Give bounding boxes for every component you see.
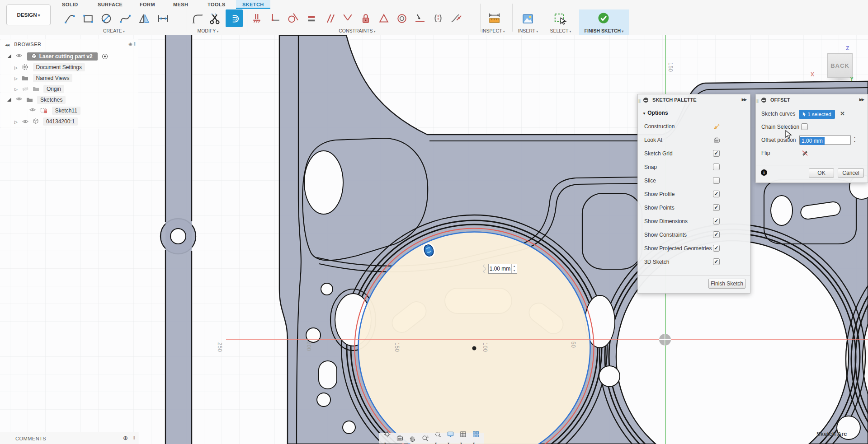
tab-tools[interactable]: TOOLS	[208, 0, 226, 9]
inspect-group-label[interactable]: INSPECT	[481, 28, 505, 33]
modify-group-label[interactable]: MODIFY	[197, 28, 218, 33]
tab-form[interactable]: FORM	[140, 0, 155, 9]
cancel-button[interactable]: Cancel	[838, 168, 864, 178]
smooth-constraint-icon[interactable]	[448, 11, 464, 26]
axis-y-label[interactable]: Y	[850, 76, 854, 82]
concentric-constraint-icon[interactable]	[394, 11, 410, 26]
browser-header-handle[interactable]: ◉ ‖	[128, 39, 136, 50]
collapsed-triangle-icon[interactable]: ▷	[14, 76, 18, 81]
panel-dock-icon[interactable]	[761, 98, 766, 103]
zoom-icon[interactable]	[421, 435, 429, 442]
tab-solid[interactable]: SOLID	[62, 0, 78, 9]
collapsed-triangle-icon[interactable]: ▷	[14, 65, 18, 70]
chain-selection-checkbox[interactable]	[801, 123, 808, 130]
offset-tool-icon-active[interactable]	[226, 9, 243, 27]
tab-surface[interactable]: SURFACE	[98, 0, 123, 9]
tree-item-sketches[interactable]: Sketches	[7, 95, 66, 105]
add-comment-icon[interactable]: ⊕	[123, 432, 128, 444]
eye-off-icon[interactable]	[22, 86, 29, 92]
panel-dock-icon[interactable]	[643, 98, 648, 103]
show-dimensions-checkbox[interactable]: ✓	[713, 218, 720, 224]
panel-expand-icon[interactable]: ▶▶	[859, 94, 864, 105]
display-settings-icon[interactable]	[447, 430, 454, 444]
midpoint-constraint-icon[interactable]	[412, 11, 428, 26]
comments-handle[interactable]: ‖	[133, 432, 135, 444]
expanded-triangle-icon[interactable]	[7, 54, 11, 58]
look-at-icon[interactable]	[713, 136, 721, 147]
fillet-tool-icon[interactable]	[190, 11, 205, 26]
trim-tool-icon[interactable]	[207, 11, 222, 26]
axis-z-label[interactable]: Z	[846, 45, 849, 51]
snap-checkbox[interactable]	[713, 164, 720, 170]
dimension-tool-icon[interactable]	[156, 11, 171, 26]
offset-position-input[interactable]: 1.00 mm	[799, 136, 851, 145]
eye-icon[interactable]	[15, 96, 23, 102]
viewports-icon[interactable]	[472, 430, 480, 444]
browser-collapse-icon[interactable]: ◀◀	[5, 43, 9, 47]
selection-chip[interactable]: 1 selected	[799, 110, 835, 119]
3d-sketch-checkbox[interactable]: ✓	[713, 258, 720, 265]
finish-sketch-icon[interactable]	[596, 10, 611, 26]
ok-button[interactable]: OK	[809, 168, 834, 178]
finish-sketch-block[interactable]: FINISH SKETCH	[579, 9, 629, 35]
horizontal-vertical-constraint-icon[interactable]	[268, 11, 283, 26]
panel-grip[interactable]: ‖	[756, 96, 759, 107]
viewcube[interactable]: BACK	[827, 53, 853, 78]
offset-dimension-input[interactable]: 1.00 mm ▲▼	[488, 264, 517, 274]
options-section-header[interactable]: ▼ Options	[642, 108, 668, 119]
dimension-spinner[interactable]: ▲▼	[511, 264, 517, 273]
clear-selection-icon[interactable]: ✕	[840, 109, 845, 119]
measure-tool-icon[interactable]	[486, 11, 502, 26]
spline-tool-icon[interactable]	[118, 11, 133, 26]
expanded-triangle-icon[interactable]	[7, 98, 11, 102]
eye-icon[interactable]	[29, 107, 36, 112]
offset-position-spinner[interactable]: ▲▼	[852, 136, 857, 145]
constraints-group-label[interactable]: CONSTRAINTS	[339, 28, 376, 33]
zoom-window-icon[interactable]	[434, 430, 442, 444]
eye-icon[interactable]	[15, 53, 23, 58]
tab-mesh[interactable]: MESH	[173, 0, 188, 9]
tree-item-origin[interactable]: ▷ Origin	[14, 84, 64, 94]
finish-sketch-label[interactable]: FINISH SKETCH	[585, 28, 624, 33]
construction-icon[interactable]	[713, 123, 721, 133]
circle-tool-icon[interactable]	[99, 11, 114, 26]
sketch-grid-checkbox[interactable]: ✓	[713, 150, 720, 157]
panel-grip[interactable]: ‖	[638, 96, 641, 107]
look-at-icon[interactable]	[396, 435, 404, 442]
slice-checkbox[interactable]	[713, 177, 720, 184]
pan-icon[interactable]	[409, 435, 416, 442]
collapsed-triangle-icon[interactable]: ▷	[14, 120, 18, 124]
show-constraints-checkbox[interactable]: ✓	[713, 231, 720, 238]
tree-item-root[interactable]: Laser cutting part v2	[7, 51, 108, 61]
tree-item-document-settings[interactable]: ▷ Document Settings	[14, 62, 85, 72]
finish-sketch-button[interactable]: Finish Sketch	[708, 279, 745, 289]
eye-icon[interactable]	[22, 119, 29, 124]
tree-item-named-views[interactable]: ▷ Named Views	[14, 73, 72, 83]
curvature-constraint-icon[interactable]	[430, 11, 446, 26]
dimension-value[interactable]: 1.00 mm	[489, 264, 511, 273]
fix-constraint-icon[interactable]	[250, 11, 265, 26]
bore-center-point[interactable]	[472, 346, 476, 351]
show-profile-checkbox[interactable]: ✓	[713, 191, 720, 197]
orbit-icon[interactable]	[383, 430, 391, 444]
comments-bar[interactable]: COMMENTS ⊕ ‖	[0, 432, 138, 444]
show-projected-geometries-checkbox[interactable]: ✓	[713, 245, 720, 252]
flip-icon[interactable]	[801, 150, 809, 160]
activate-component-radio[interactable]	[102, 54, 108, 59]
equal-constraint-icon[interactable]	[304, 11, 319, 26]
panel-expand-icon[interactable]: ▶▶	[742, 94, 746, 105]
create-group-label[interactable]: CREATE	[103, 28, 125, 33]
perpendicular-constraint-icon[interactable]	[340, 11, 355, 26]
tab-sketch[interactable]: SKETCH	[236, 0, 270, 9]
axis-x-label[interactable]: X	[811, 71, 814, 78]
insert-group-label[interactable]: INSERT	[518, 28, 538, 33]
tangent-constraint-icon[interactable]	[286, 11, 301, 26]
workspace-switcher[interactable]: DESIGN	[6, 5, 51, 25]
arc-tool-icon[interactable]	[62, 11, 78, 26]
show-points-checkbox[interactable]: ✓	[713, 204, 720, 211]
symmetry-constraint-icon[interactable]	[376, 11, 392, 26]
lock-constraint-icon[interactable]	[358, 11, 373, 26]
grid-settings-icon[interactable]	[459, 430, 467, 444]
mirror-tool-icon[interactable]	[137, 11, 152, 26]
insert-image-icon[interactable]	[520, 11, 535, 26]
